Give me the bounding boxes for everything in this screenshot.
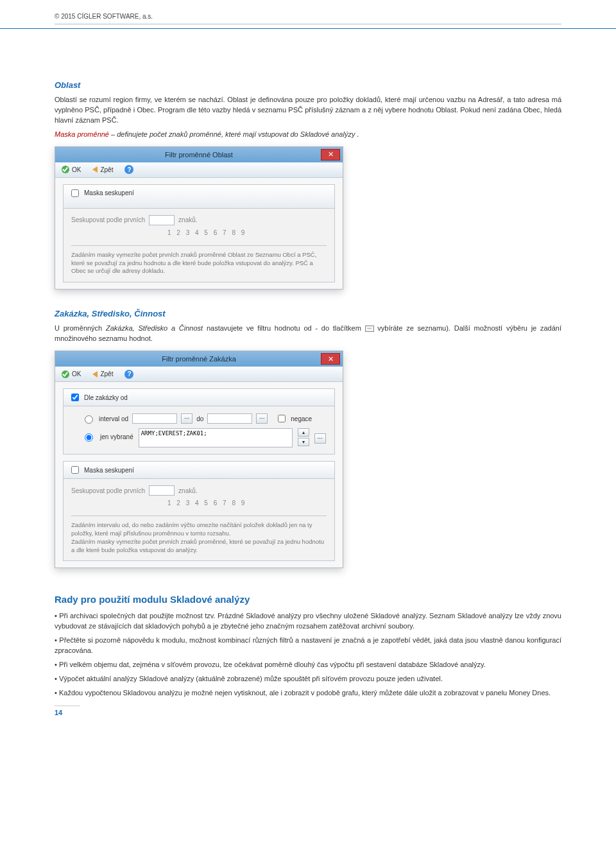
- close-icon: ✕: [328, 150, 334, 159]
- zak-text-a: U proměnných: [55, 324, 106, 332]
- page-header: © 2015 CÍGLER SOFTWARE, a.s.: [55, 13, 561, 24]
- dialog-toolbar: OK Zpět ?: [55, 162, 343, 178]
- group-count-input[interactable]: [149, 485, 175, 496]
- rady-bullet-2: Přečtěte si pozorně nápovědu k modulu, m…: [55, 636, 561, 656]
- rady-bullet-4: Výpočet aktuální analýzy Skladové analýz…: [55, 674, 561, 684]
- close-button[interactable]: ✕: [321, 149, 340, 160]
- rady-bullet-1: Při archivaci společných dat použijte mo…: [55, 611, 561, 632]
- section-title-oblast: Oblast: [55, 80, 561, 90]
- ok-label: OK: [72, 370, 81, 377]
- ellipsis-icon: ···: [365, 325, 374, 332]
- negace-checkbox-row[interactable]: negace: [275, 413, 312, 424]
- section-title-zakazka: Zakázka, Středisko, Činnost: [55, 309, 561, 318]
- back-button[interactable]: Zpět: [90, 369, 116, 379]
- arrow-left-icon: [92, 371, 98, 377]
- group-row: Seskupovat podle prvních znaků.: [71, 215, 327, 225]
- interval-radio[interactable]: [85, 415, 93, 424]
- tab-dle-zakazky[interactable]: Dle zakázky od: [64, 389, 334, 406]
- group-label: Seskupovat podle prvních: [71, 487, 145, 494]
- back-button[interactable]: Zpět: [90, 165, 116, 175]
- maska-promenne-label: Maska proměnné: [55, 130, 109, 138]
- dialog-titlebar: Filtr proměnné Zakázka ✕: [55, 351, 343, 367]
- section-title-rady: Rady pro použití modulu Skladové analýzy: [55, 594, 561, 605]
- note-text: Zadáním intervalu od, do nebo zadáním vý…: [71, 516, 327, 554]
- maska-checkbox[interactable]: [71, 189, 79, 197]
- back-label: Zpět: [100, 166, 113, 173]
- maska-checkbox-label: Maska seskupení: [84, 467, 134, 474]
- back-label: Zpět: [100, 370, 113, 377]
- close-button[interactable]: ✕: [321, 353, 340, 365]
- dle-zakazky-checkbox[interactable]: [71, 394, 79, 401]
- note-text: Zadáním masky vymezíte počet prvních zna…: [71, 245, 327, 275]
- help-icon: ?: [124, 370, 133, 379]
- mask-container: Maska seskupení Seskupovat podle prvních…: [63, 461, 335, 561]
- ok-label: OK: [72, 166, 81, 173]
- select-picker-button[interactable]: ···: [314, 433, 326, 444]
- header-rule: [0, 28, 616, 29]
- dle-zakazky-label: Dle zakázky od: [84, 394, 128, 401]
- interval-from-input[interactable]: [132, 413, 177, 424]
- oblast-paragraph: Oblastí se rozumí region firmy, ve které…: [55, 95, 561, 126]
- maska-checkbox-row[interactable]: Maska seskupení: [69, 187, 134, 199]
- maska-checkbox[interactable]: [71, 466, 79, 474]
- group-suffix: znaků.: [178, 487, 197, 494]
- group-suffix: znaků.: [178, 216, 197, 223]
- interval-to-picker[interactable]: ···: [256, 413, 268, 424]
- help-button[interactable]: ?: [122, 368, 136, 380]
- tab-maska[interactable]: Maska seskupení: [64, 185, 334, 209]
- jen-vybrane-label: jen vybrané: [100, 433, 133, 440]
- maska-promenne-rest: – definujete počet znaků proměnné, které…: [109, 130, 359, 138]
- dle-zakazky-checkbox-row[interactable]: Dle zakázky od: [69, 392, 128, 403]
- ok-button[interactable]: OK: [59, 164, 83, 175]
- dialog-toolbar: OK Zpět ?: [55, 367, 343, 382]
- dialog-title: Filtr proměnné Zakázka: [162, 355, 236, 363]
- help-icon: ?: [124, 165, 133, 174]
- scroll-up-button[interactable]: ▴: [298, 428, 309, 437]
- selected-values-input[interactable]: [139, 428, 293, 447]
- arrow-left-icon: [92, 166, 98, 173]
- scroll-down-button[interactable]: ▾: [298, 438, 309, 446]
- oblast-maska-line: Maska proměnné – definujete počet znaků …: [55, 130, 561, 140]
- ok-button[interactable]: OK: [59, 369, 83, 379]
- group-label: Seskupovat podle prvních: [71, 216, 145, 223]
- help-button[interactable]: ?: [122, 164, 136, 175]
- interval-to-input[interactable]: [207, 413, 252, 424]
- group-row: Seskupovat podle prvních znaků.: [71, 485, 327, 496]
- jen-vybrane-row: jen vybrané ▴ ▾ ···: [81, 428, 327, 447]
- tab-maska[interactable]: Maska seskupení: [64, 462, 334, 479]
- zak-text-b: nastavujete ve filtru hodnotu od - do tl…: [203, 324, 364, 332]
- maska-checkbox-row[interactable]: Maska seskupení: [69, 464, 134, 476]
- interval-label: interval od: [99, 415, 128, 422]
- do-label: do: [196, 415, 203, 422]
- rady-bullet-3: Při velkém objemu dat, zejména v síťovém…: [55, 660, 561, 670]
- dialog-filtr-zakazka: Filtr proměnné Zakázka ✕ OK Zpět ?: [55, 351, 343, 568]
- tab-container: Maska seskupení Seskupovat podle prvních…: [63, 184, 335, 282]
- zak-text-it: Zakázka, Středisko a Činnost: [106, 324, 203, 332]
- negace-label: negace: [291, 415, 312, 422]
- negace-checkbox[interactable]: [278, 415, 286, 422]
- rady-bullet-5: Každou vypočtenou Skladovou analýzu je m…: [55, 688, 561, 698]
- jen-vybrane-radio[interactable]: [85, 433, 93, 442]
- zakazka-paragraph: U proměnných Zakázka, Středisko a Činnos…: [55, 324, 561, 344]
- interval-row: interval od ··· do ··· negace: [81, 413, 327, 424]
- num-hint: 1 2 3 4 5 6 7 8 9: [71, 229, 327, 236]
- check-icon: [62, 166, 69, 173]
- group-count-input[interactable]: [149, 215, 175, 225]
- page-number: 14: [55, 706, 80, 716]
- interval-from-picker[interactable]: ···: [181, 413, 193, 424]
- dialog-filtr-oblast: Filtr proměnné Oblast ✕ OK Zpět ?: [55, 146, 343, 290]
- num-hint: 1 2 3 4 5 6 7 8 9: [71, 499, 327, 507]
- maska-checkbox-label: Maska seskupení: [84, 189, 134, 196]
- close-icon: ✕: [328, 355, 334, 363]
- tab-container: Dle zakázky od interval od ··· do ···: [63, 388, 335, 455]
- dialog-titlebar: Filtr proměnné Oblast ✕: [55, 147, 343, 162]
- dialog-title: Filtr proměnné Oblast: [165, 151, 233, 159]
- check-icon: [62, 370, 69, 378]
